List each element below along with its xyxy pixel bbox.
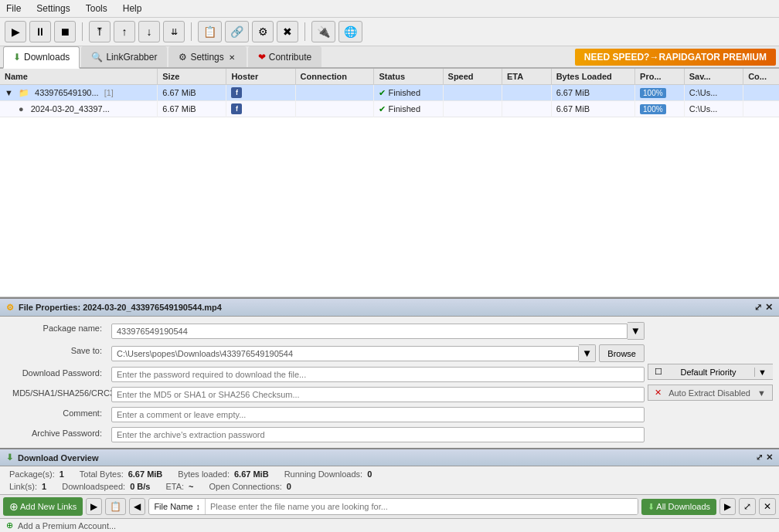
move-top-button[interactable]: ⤒: [89, 21, 111, 42]
col-status[interactable]: Status: [374, 69, 443, 85]
browse-button[interactable]: Browse: [599, 344, 645, 362]
folder-icon: 📁: [19, 88, 29, 97]
plugin-button[interactable]: 🔌: [311, 21, 335, 42]
nav-prev-button[interactable]: ◀: [129, 498, 145, 515]
save-to-input[interactable]: [111, 346, 579, 361]
col-comment[interactable]: Co...: [743, 69, 779, 85]
settings-tab-close[interactable]: ✕: [227, 53, 236, 62]
bytes-loaded-value: 6.67 MiB: [234, 469, 269, 479]
downloadspeed-value: 0 B/s: [130, 482, 150, 491]
tab-downloads[interactable]: ⬇ Downloads: [3, 46, 80, 69]
start-all-button[interactable]: ▶: [5, 21, 26, 42]
col-eta[interactable]: ETA: [502, 69, 551, 85]
all-downloads-arrow-button[interactable]: ▶: [719, 498, 736, 515]
contribute-tab-icon: ❤: [258, 52, 266, 63]
col-progress[interactable]: Pro...: [635, 69, 685, 85]
row-comment: [743, 101, 779, 117]
download-password-input[interactable]: [111, 367, 645, 382]
overview-title-text: Download Overview: [18, 453, 99, 463]
settings-button[interactable]: ⚙: [252, 21, 274, 42]
overview-icon: ⬇: [6, 452, 13, 463]
file-name-label-text: File Name: [154, 502, 192, 511]
stat-open-connections: Open Connections: 0: [209, 482, 291, 491]
toolbar: ▶ ⏸ ⏹ ⤒ ↑ ↓ ⇊ 📋 🔗 ⚙ ✖ 🔌 🌐: [0, 18, 779, 46]
all-downloads-button[interactable]: ⬇ All Downloads: [641, 499, 716, 515]
table-row: ▼ 📁 433976549190... [1] 6.67 MiB f ✔ Fin…: [0, 85, 779, 101]
eta-stat-label: ETA:: [165, 482, 184, 491]
col-connection[interactable]: Connection: [295, 69, 374, 85]
priority-dropdown-icon: ▼: [754, 368, 767, 377]
package-name-dropdown-btn[interactable]: ▼: [628, 322, 645, 340]
overview-detach-button[interactable]: ⤢: [756, 452, 763, 463]
menubar: File Settings Tools Help: [0, 0, 779, 18]
move-down-button[interactable]: ↓: [138, 21, 160, 42]
facebook-icon: f: [231, 103, 242, 114]
archive-password-label: Archive Password:: [0, 425, 108, 445]
reconnect-button[interactable]: 🌐: [338, 21, 362, 42]
save-to-dropdown-btn[interactable]: ▼: [579, 344, 596, 362]
comment-input[interactable]: [111, 407, 645, 422]
comment-label: Comment:: [0, 405, 108, 425]
promo-banner[interactable]: NEED SPEED?→RAPIDGATOR PREMIUM: [575, 49, 776, 66]
add-links-arrow-button[interactable]: ▶: [86, 498, 102, 515]
col-save[interactable]: Sav...: [684, 69, 743, 85]
linkgrabber-button[interactable]: 🔗: [225, 21, 249, 42]
panel-close-button[interactable]: ✕: [765, 302, 773, 313]
file-bullet: ●: [19, 104, 24, 114]
extra-icon-button-1[interactable]: ⤢: [739, 498, 756, 515]
expand-icon[interactable]: ▼: [5, 88, 13, 97]
move-up-button[interactable]: ↑: [114, 21, 135, 42]
archive-password-input[interactable]: [111, 427, 645, 442]
move-bottom-button[interactable]: ⇊: [163, 21, 185, 42]
panel-detach-button[interactable]: ⤢: [754, 302, 762, 313]
progress-bar: 100%: [640, 104, 666, 114]
archive-password-value-cell: [108, 425, 648, 445]
row-bytes-loaded: 6.67 MiB: [551, 85, 634, 101]
menu-tools[interactable]: Tools: [83, 2, 111, 15]
row-eta: [502, 101, 551, 117]
tab-linkgrabber[interactable]: 🔍 LinkGrabber: [81, 46, 167, 67]
clipboard-button[interactable]: 📋: [198, 21, 222, 42]
extra-icon-button-2[interactable]: ✕: [759, 498, 776, 515]
tab-contribute[interactable]: ❤ Contribute: [248, 46, 321, 67]
panel-controls: ⤢ ✕: [754, 302, 773, 313]
file-properties-title: ⚙ File Properties: 2024-03-20_4339765491…: [0, 299, 779, 317]
auto-extract-button[interactable]: ✕ Auto Extract Disabled ▼: [648, 385, 773, 401]
overview-close-button[interactable]: ✕: [766, 452, 773, 463]
menu-settings[interactable]: Settings: [33, 2, 73, 15]
menu-file[interactable]: File: [3, 2, 24, 15]
row-hoster: f: [226, 85, 295, 101]
status-bar-text[interactable]: Add a Premium Account...: [18, 521, 116, 530]
default-priority-button[interactable]: ☐ Default Priority ▼: [648, 364, 773, 380]
package-name-input[interactable]: [111, 324, 628, 339]
file-name-sort-label[interactable]: File Name ↕: [149, 499, 206, 514]
pause-all-button[interactable]: ⏸: [29, 21, 51, 42]
add-new-links-button[interactable]: ⊕ Add New Links: [3, 497, 83, 516]
stop-all-button[interactable]: ⏹: [54, 21, 76, 42]
col-hoster[interactable]: Hoster: [226, 69, 295, 85]
status-ok-icon: ✔: [379, 104, 386, 114]
save-to-input-group: ▼ Browse: [111, 344, 645, 362]
total-bytes-value: 6.67 MiB: [128, 469, 163, 479]
tabs-bar: ⬇ Downloads 🔍 LinkGrabber ⚙ Settings ✕ ❤…: [0, 46, 779, 69]
table-icon-button[interactable]: 📋: [105, 498, 126, 515]
md5-value-cell: [108, 385, 648, 405]
delete-button[interactable]: ✖: [277, 21, 298, 42]
col-speed[interactable]: Speed: [443, 69, 502, 85]
download-overview-panel: ⬇ Download Overview ⤢ ✕ Package(s): 1 To…: [0, 448, 779, 494]
auto-extract-dropdown-icon: ▼: [757, 388, 766, 398]
eta-stat-value: ~: [189, 482, 193, 491]
menu-help[interactable]: Help: [120, 2, 145, 15]
col-size[interactable]: Size: [158, 69, 226, 85]
open-connections-value: 0: [287, 482, 291, 491]
row-save: C:\Us...: [684, 85, 743, 101]
props-main: Package name: ▼ Save to: ▼: [0, 317, 779, 448]
row-connection: [295, 101, 374, 117]
tab-settings[interactable]: ⚙ Settings ✕: [168, 46, 246, 67]
checkbox-icon: ☐: [655, 367, 662, 377]
file-name-search-input[interactable]: [206, 499, 638, 514]
col-bytes-loaded[interactable]: Bytes Loaded: [551, 69, 634, 85]
bytes-loaded-label: Bytes loaded:: [178, 469, 230, 479]
col-name[interactable]: Name: [0, 69, 158, 85]
md5-input[interactable]: [111, 387, 645, 402]
